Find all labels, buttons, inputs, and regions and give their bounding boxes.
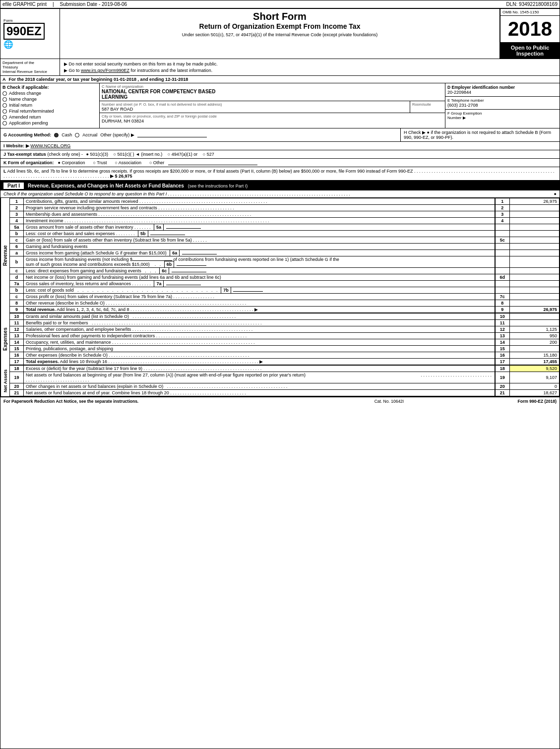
- row-desc-7b: Less: cost of goods sold . . . . . . . .…: [24, 287, 495, 294]
- row-desc-5b: Less: cost or other basis and sales expe…: [24, 231, 495, 237]
- radio-527: ○: [203, 152, 205, 157]
- section-a: A For the 2018 calendar year, or tax yea…: [0, 76, 560, 83]
- row-desc-1: Contributions, gifts, grants, and simila…: [24, 198, 495, 205]
- radio-4947: ○: [168, 152, 170, 157]
- net-assets-section: Net Assets 18 Excess or (deficit) for th…: [0, 365, 560, 396]
- radio-address-change[interactable]: [2, 91, 7, 96]
- line-num-3: 3: [495, 211, 510, 218]
- table-row: c Gross profit or (loss) from sales of i…: [10, 294, 560, 300]
- radio-application-pending[interactable]: [2, 121, 7, 125]
- table-row: 16 Other expenses (describe in Schedule …: [10, 352, 560, 359]
- line-num-2: 2: [495, 205, 510, 211]
- row-desc-6c: Less: direct expenses from gaming and fu…: [24, 268, 495, 274]
- row-desc-8: Other revenue (describe in Schedule O) .…: [24, 300, 495, 307]
- subtitle: Under section 501(c), 527, or 4947(a)(1)…: [62, 32, 498, 37]
- other-input: [137, 132, 207, 137]
- line-num-5c: 5c: [495, 237, 510, 244]
- row-num-21: 21: [10, 390, 24, 396]
- website-value: WWW.NCCBL.ORG: [30, 143, 70, 148]
- form-prefix: Form: [3, 18, 13, 23]
- table-row: 19 Net assets or fund balances at beginn…: [10, 372, 560, 383]
- line-num-16: 16: [495, 352, 510, 359]
- row-desc-13: Professional fees and other payments to …: [24, 333, 495, 339]
- instruction-line2: ▶ Go to www.irs.gov/Form990EZ for instru…: [64, 68, 556, 73]
- row-desc-9: Total revenue. Add lines 1, 2, 3, 4, 5c,…: [24, 307, 495, 313]
- revenue-side-label: Revenue: [0, 198, 9, 313]
- submission-date: Submission Date - 2019-08-06: [60, 1, 127, 7]
- ein-value: 20-2209844: [447, 90, 558, 95]
- value-2: [510, 205, 560, 211]
- section-gh-row: G Accounting Method: Cash Accrual Other …: [0, 128, 560, 142]
- table-row: 10 Grants and similar amounts paid (list…: [10, 313, 560, 320]
- row-num-2: 2: [10, 205, 24, 211]
- row-desc-4: Investment income . . . . . . . . . . . …: [24, 218, 495, 224]
- value-6d: [510, 274, 560, 281]
- net-assets-table: 18 Excess or (deficit) for the year (Sub…: [9, 365, 560, 396]
- section-def: D Employer identification number 20-2209…: [445, 83, 560, 128]
- table-row: 14 Occupancy, rent, utilities, and maint…: [10, 339, 560, 346]
- value-7c: [510, 294, 560, 300]
- line-num-6d: 6d: [495, 274, 510, 281]
- dept-line1: Department of the: [2, 61, 58, 65]
- form990ez-block: Form 990EZ 🌐: [0, 9, 60, 59]
- line-num-4: 4: [495, 218, 510, 224]
- section-g: G Accounting Method: Cash Accrual Other …: [0, 128, 401, 141]
- globe-icon: 🌐: [3, 40, 13, 49]
- row-desc-18: Excess or (deficit) for the year (Subtra…: [24, 366, 495, 372]
- line-num-15: 15: [495, 346, 510, 352]
- part-i-check-row: Check if the organization used Schedule …: [0, 190, 560, 198]
- section-j: J Tax-exempt status (check only one) - ●…: [0, 150, 560, 159]
- value-6a: [510, 250, 560, 256]
- checkbox-application-pending: Application pending: [2, 121, 97, 125]
- value-19: 9,107: [510, 372, 560, 383]
- label-address-change: Address change: [9, 91, 41, 96]
- line-num-7a: [495, 281, 510, 287]
- value-7b: [510, 287, 560, 294]
- radio-cash[interactable]: [54, 133, 59, 137]
- row-num-19: 19: [10, 372, 24, 383]
- table-row: 13 Professional fees and other payments …: [10, 333, 560, 339]
- expenses-side-label: Expenses: [0, 313, 9, 365]
- label-4947: 4947(a)(1) or: [172, 152, 198, 157]
- address-label: Number and street (or P. O. box, if mail…: [102, 102, 408, 107]
- row-desc-19: Net assets or fund balances at beginning…: [24, 372, 495, 383]
- row-desc-6a: Gross income from gaming (attach Schedul…: [24, 250, 495, 256]
- radio-initial-return[interactable]: [2, 103, 7, 108]
- radio-name-change[interactable]: [2, 97, 7, 102]
- value-15: [510, 346, 560, 352]
- label-final-return: Final return/terminated: [9, 109, 54, 114]
- radio-other: ○ Other: [149, 160, 164, 165]
- row-num-5c: c: [10, 237, 24, 244]
- line-num-8: 8: [495, 300, 510, 307]
- section-i-label: I Website: ▶: [3, 143, 29, 148]
- section-l-value: ▶ $ 26,975: [110, 174, 132, 179]
- address-value: 587 BAY ROAD: [102, 107, 408, 112]
- checkbox-initial-return: Initial return: [2, 103, 97, 108]
- section-b: B Check if applicable: Address change Na…: [0, 83, 100, 128]
- radio-trust: ○ Trust: [93, 160, 107, 165]
- row-num-18: 18: [10, 366, 24, 372]
- table-row: 21 Net assets or fund balances at end of…: [10, 390, 560, 396]
- table-row: 17 Total expenses. Add lines 10 through …: [10, 359, 560, 365]
- radio-amended-return[interactable]: [2, 115, 7, 120]
- row-num-15: 15: [10, 346, 24, 352]
- section-c: C Name of organization NATIONAL CENTER F…: [100, 83, 445, 128]
- row-num-17: 17: [10, 359, 24, 365]
- radio-final-return[interactable]: [2, 109, 7, 114]
- radio-accrual[interactable]: [75, 133, 79, 137]
- value-6: [510, 244, 560, 250]
- row-num-9: 9: [10, 307, 24, 313]
- row-num-20: 20: [10, 383, 24, 390]
- form-number: 990EZ: [3, 23, 45, 40]
- row-desc-2: Program service revenue including govern…: [24, 205, 495, 211]
- phone-value: (603) 231-2708: [447, 103, 558, 108]
- value-4: [510, 218, 560, 224]
- checkbox-name-change: Name change: [2, 97, 97, 102]
- table-row: 11 Benefits paid to or for members . . .…: [10, 320, 560, 326]
- value-14: 200: [510, 339, 560, 346]
- section-a-label: A: [2, 77, 6, 82]
- row-num-1: 1: [10, 198, 24, 205]
- value-21: 18,627: [510, 390, 560, 396]
- line-num-12: 12: [495, 326, 510, 333]
- row-desc-5a: Gross amount from sale of assets other t…: [24, 224, 495, 231]
